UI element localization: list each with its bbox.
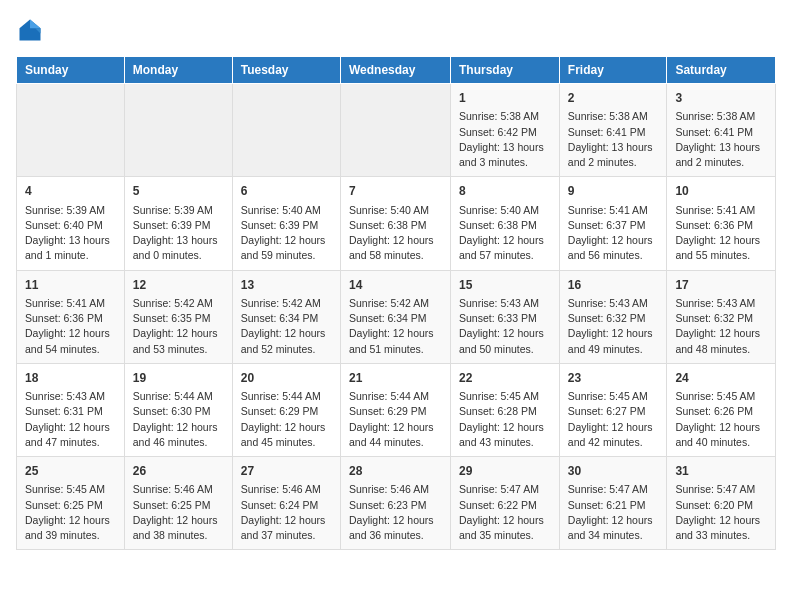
day-info-line: and 53 minutes. — [133, 343, 208, 355]
calendar-cell: 9Sunrise: 5:41 AMSunset: 6:37 PMDaylight… — [559, 177, 667, 270]
day-info-line: and 51 minutes. — [349, 343, 424, 355]
day-info-line: Daylight: 12 hours — [675, 327, 760, 339]
calendar-cell: 13Sunrise: 5:42 AMSunset: 6:34 PMDayligh… — [232, 270, 340, 363]
day-info-line: and 0 minutes. — [133, 249, 202, 261]
day-info-line: Sunrise: 5:42 AM — [241, 297, 321, 309]
calendar-cell: 8Sunrise: 5:40 AMSunset: 6:38 PMDaylight… — [451, 177, 560, 270]
day-info-line: Daylight: 12 hours — [25, 514, 110, 526]
day-number: 16 — [568, 277, 659, 294]
day-info-line: Sunset: 6:38 PM — [349, 219, 427, 231]
day-info-line: Sunrise: 5:46 AM — [349, 483, 429, 495]
day-info-line: Sunset: 6:29 PM — [349, 405, 427, 417]
day-number: 21 — [349, 370, 442, 387]
day-info-line: Sunset: 6:32 PM — [568, 312, 646, 324]
day-info-line: Sunset: 6:39 PM — [133, 219, 211, 231]
calendar-cell: 4Sunrise: 5:39 AMSunset: 6:40 PMDaylight… — [17, 177, 125, 270]
day-number: 7 — [349, 183, 442, 200]
day-info-line: Sunrise: 5:44 AM — [133, 390, 213, 402]
day-info-line: Sunrise: 5:45 AM — [25, 483, 105, 495]
calendar-cell: 14Sunrise: 5:42 AMSunset: 6:34 PMDayligh… — [340, 270, 450, 363]
weekday-header-monday: Monday — [124, 57, 232, 84]
day-info-line: Sunrise: 5:43 AM — [459, 297, 539, 309]
day-info-line: Sunrise: 5:40 AM — [349, 204, 429, 216]
calendar-cell: 11Sunrise: 5:41 AMSunset: 6:36 PMDayligh… — [17, 270, 125, 363]
calendar-cell: 29Sunrise: 5:47 AMSunset: 6:22 PMDayligh… — [451, 457, 560, 550]
day-info-line: Daylight: 12 hours — [568, 421, 653, 433]
day-info-line: and 2 minutes. — [675, 156, 744, 168]
day-info-line: and 49 minutes. — [568, 343, 643, 355]
calendar-cell: 21Sunrise: 5:44 AMSunset: 6:29 PMDayligh… — [340, 363, 450, 456]
day-info-line: Daylight: 12 hours — [675, 234, 760, 246]
day-number: 19 — [133, 370, 224, 387]
day-info-line: Sunset: 6:20 PM — [675, 499, 753, 511]
day-info-line: and 40 minutes. — [675, 436, 750, 448]
day-info-line: Sunrise: 5:47 AM — [459, 483, 539, 495]
day-info-line: Sunset: 6:36 PM — [675, 219, 753, 231]
calendar-cell: 27Sunrise: 5:46 AMSunset: 6:24 PMDayligh… — [232, 457, 340, 550]
day-info-line: Daylight: 12 hours — [349, 327, 434, 339]
day-info-line: Sunrise: 5:41 AM — [568, 204, 648, 216]
day-number: 28 — [349, 463, 442, 480]
day-info-line: and 44 minutes. — [349, 436, 424, 448]
day-info-line: Sunset: 6:34 PM — [349, 312, 427, 324]
day-info-line: Daylight: 12 hours — [133, 421, 218, 433]
day-number: 13 — [241, 277, 332, 294]
calendar-cell: 17Sunrise: 5:43 AMSunset: 6:32 PMDayligh… — [667, 270, 776, 363]
day-info-line: Daylight: 12 hours — [241, 327, 326, 339]
day-info-line: and 50 minutes. — [459, 343, 534, 355]
calendar-cell — [17, 84, 125, 177]
day-info-line: and 39 minutes. — [25, 529, 100, 541]
day-number: 24 — [675, 370, 767, 387]
day-info-line: and 2 minutes. — [568, 156, 637, 168]
day-info-line: Sunset: 6:25 PM — [25, 499, 103, 511]
day-info-line: Daylight: 12 hours — [568, 234, 653, 246]
calendar-cell: 23Sunrise: 5:45 AMSunset: 6:27 PMDayligh… — [559, 363, 667, 456]
day-info-line: and 57 minutes. — [459, 249, 534, 261]
day-info-line: Daylight: 12 hours — [25, 421, 110, 433]
weekday-header-saturday: Saturday — [667, 57, 776, 84]
day-info-line: Sunset: 6:23 PM — [349, 499, 427, 511]
calendar-cell: 24Sunrise: 5:45 AMSunset: 6:26 PMDayligh… — [667, 363, 776, 456]
day-info-line: Sunrise: 5:43 AM — [25, 390, 105, 402]
day-number: 25 — [25, 463, 116, 480]
day-info-line: Daylight: 12 hours — [349, 234, 434, 246]
calendar-cell — [340, 84, 450, 177]
day-info-line: Sunrise: 5:41 AM — [25, 297, 105, 309]
day-number: 5 — [133, 183, 224, 200]
day-info-line: Sunrise: 5:39 AM — [25, 204, 105, 216]
svg-marker-1 — [30, 20, 41, 29]
day-info-line: Sunrise: 5:43 AM — [675, 297, 755, 309]
weekday-header-thursday: Thursday — [451, 57, 560, 84]
calendar-cell: 7Sunrise: 5:40 AMSunset: 6:38 PMDaylight… — [340, 177, 450, 270]
calendar-week-4: 18Sunrise: 5:43 AMSunset: 6:31 PMDayligh… — [17, 363, 776, 456]
day-info-line: Sunset: 6:42 PM — [459, 126, 537, 138]
day-info-line: Daylight: 12 hours — [349, 514, 434, 526]
day-info-line: and 34 minutes. — [568, 529, 643, 541]
day-info-line: Sunset: 6:35 PM — [133, 312, 211, 324]
calendar-cell — [124, 84, 232, 177]
day-info-line: Sunrise: 5:40 AM — [459, 204, 539, 216]
day-info-line: Daylight: 12 hours — [675, 514, 760, 526]
weekday-header-sunday: Sunday — [17, 57, 125, 84]
day-info-line: Daylight: 12 hours — [25, 327, 110, 339]
day-info-line: Daylight: 13 hours — [25, 234, 110, 246]
day-info-line: Sunrise: 5:38 AM — [675, 110, 755, 122]
calendar-cell: 5Sunrise: 5:39 AMSunset: 6:39 PMDaylight… — [124, 177, 232, 270]
page-header — [16, 16, 776, 44]
day-info-line: Sunrise: 5:42 AM — [349, 297, 429, 309]
calendar-cell — [232, 84, 340, 177]
day-info-line: and 42 minutes. — [568, 436, 643, 448]
day-info-line: Sunset: 6:31 PM — [25, 405, 103, 417]
day-info-line: Daylight: 12 hours — [568, 514, 653, 526]
weekday-header-wednesday: Wednesday — [340, 57, 450, 84]
day-info-line: Sunset: 6:25 PM — [133, 499, 211, 511]
day-number: 9 — [568, 183, 659, 200]
weekday-header-tuesday: Tuesday — [232, 57, 340, 84]
day-info-line: and 59 minutes. — [241, 249, 316, 261]
day-info-line: Sunset: 6:26 PM — [675, 405, 753, 417]
calendar-cell: 18Sunrise: 5:43 AMSunset: 6:31 PMDayligh… — [17, 363, 125, 456]
day-info-line: and 35 minutes. — [459, 529, 534, 541]
day-info-line: and 3 minutes. — [459, 156, 528, 168]
day-info-line: Sunset: 6:37 PM — [568, 219, 646, 231]
day-number: 18 — [25, 370, 116, 387]
